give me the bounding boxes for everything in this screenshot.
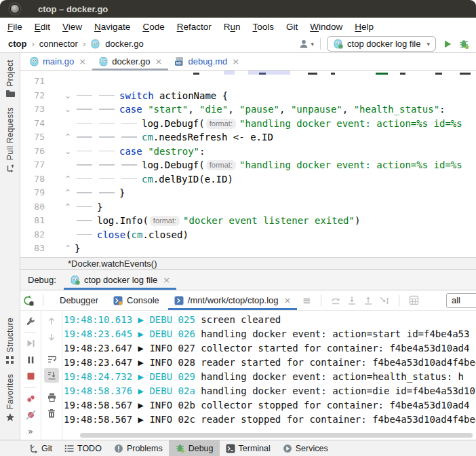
code-text: close(cm.closed) xyxy=(75,228,476,242)
breadcrumb: ctop›connector›docker.go xyxy=(8,39,144,49)
breadcrumb-item-connector[interactable]: connector xyxy=(39,39,78,49)
clear-console-icon[interactable] xyxy=(44,406,59,421)
menu-code[interactable]: Code xyxy=(136,22,170,32)
close-icon[interactable]: × xyxy=(79,56,86,66)
code-line: 72⌄switch actionName { xyxy=(20,89,476,103)
menu-navigate[interactable]: Navigate xyxy=(88,22,136,32)
menu-run[interactable]: Run xyxy=(218,22,247,32)
avatar-dropdown-icon[interactable]: ▾ xyxy=(311,41,315,48)
tab-whitespace-icon xyxy=(97,145,119,155)
stripe-label-project[interactable]: Project xyxy=(5,60,15,86)
menu-edit[interactable]: Edit xyxy=(28,22,56,32)
view-breakpoints-icon[interactable] xyxy=(23,391,38,406)
code-text: log.Info(format:"docker event listener e… xyxy=(75,214,476,228)
mute-breakpoints-icon[interactable] xyxy=(23,407,38,422)
evaluate-expression-icon[interactable] xyxy=(405,292,422,309)
token: case xyxy=(119,104,142,115)
favorites-icon[interactable] xyxy=(5,413,15,422)
run-to-cursor-icon[interactable] xyxy=(376,292,393,309)
settings-wrench-icon[interactable] xyxy=(23,314,38,328)
menu-tools[interactable]: Tools xyxy=(246,22,280,32)
code-editor[interactable]: 7172⌄switch actionName {73⌄case "start",… xyxy=(20,71,476,257)
tool-window-button-debug[interactable]: Debug xyxy=(169,440,220,456)
menu-help[interactable]: Help xyxy=(349,22,380,32)
line-number: 73 xyxy=(20,102,45,117)
step-out-icon[interactable] xyxy=(360,292,376,309)
menu-file[interactable]: File xyxy=(1,22,28,32)
step-over-icon[interactable] xyxy=(328,292,344,309)
token: log.Debugf( xyxy=(142,118,205,129)
structure-icon[interactable] xyxy=(5,356,14,364)
horizontal-scrollbar[interactable] xyxy=(80,433,473,438)
breadcrumb-item-docker.go[interactable]: docker.go xyxy=(105,39,143,49)
fold-up-icon[interactable]: ⌃ xyxy=(45,200,75,214)
layout-menu-icon[interactable]: ≡ xyxy=(298,292,315,309)
editor-tab-main-go[interactable]: main.go× xyxy=(23,53,92,70)
step-into-icon[interactable] xyxy=(344,292,360,309)
tool-window-button-services[interactable]: Services xyxy=(277,440,334,456)
fold-down-icon[interactable]: ⌄ xyxy=(45,102,75,117)
log-message: handling docker event: action=die id=f4b… xyxy=(201,385,475,396)
pause-program-icon[interactable] xyxy=(23,352,38,367)
log-timestamp-level: 19:48:58.567 ▶ INFO 02c xyxy=(64,414,201,425)
stripe-label-favorites[interactable]: Favorites xyxy=(5,374,15,409)
breadcrumb-item-ctop[interactable]: ctop xyxy=(8,39,26,49)
debug-tab--mnt-work-ctop-ctop-log[interactable]: /mnt/work/ctop/ctop.log× xyxy=(167,290,299,310)
token: : xyxy=(439,104,445,115)
close-icon[interactable]: × xyxy=(163,275,170,285)
fold-up-icon[interactable]: ⌃ xyxy=(45,130,75,145)
stripe-label-structure[interactable]: Structure xyxy=(5,318,15,352)
close-icon[interactable]: × xyxy=(155,56,163,66)
code-line: 75⌃cm.needsRefresh <- e.ID xyxy=(20,130,476,145)
next-occurrence-icon[interactable] xyxy=(44,330,59,345)
tab-whitespace-icon xyxy=(119,159,142,168)
tool-window-button-git[interactable]: Git xyxy=(22,440,58,456)
line-number: 76 xyxy=(20,145,45,159)
tab-whitespace-icon xyxy=(75,117,97,127)
close-icon[interactable]: × xyxy=(232,56,239,66)
token: cm xyxy=(142,174,153,185)
menu-window[interactable]: Window xyxy=(304,22,349,32)
soft-wrap-icon[interactable] xyxy=(44,352,59,366)
fold-up-icon[interactable]: ⌃ xyxy=(45,186,75,200)
fold-down-icon[interactable]: ⌄ xyxy=(45,145,75,159)
tool-window-button-label: Services xyxy=(296,444,328,453)
fold-up-icon[interactable]: ⌃ xyxy=(45,172,75,187)
print-console-icon[interactable] xyxy=(44,390,59,404)
more-actions-icon[interactable]: » xyxy=(23,423,38,438)
user-avatar-icon[interactable] xyxy=(298,39,309,50)
scroll-to-end-icon[interactable] xyxy=(44,368,59,383)
line-number: 83 xyxy=(20,242,45,256)
menu-bar: FileEditViewNavigateCodeRefactorRunTools… xyxy=(0,18,476,35)
stop-button[interactable] xyxy=(23,368,38,383)
menu-git[interactable]: Git xyxy=(280,22,304,32)
log-output[interactable]: 19:48:10.613 ▶ DEBU 025 screen cleared19… xyxy=(62,311,476,440)
log-filter-select[interactable]: all xyxy=(446,293,476,308)
rerun-button[interactable] xyxy=(20,292,37,309)
fold-up-icon[interactable]: ⌃ xyxy=(45,242,75,256)
run-config-selector[interactable]: ctop docker log file ▾ xyxy=(327,36,436,52)
tool-window-button-terminal[interactable]: Terminal xyxy=(220,440,277,456)
stripe-label-pull-requests[interactable]: Pull Requests xyxy=(5,107,15,160)
tool-window-button-todo[interactable]: TODO xyxy=(58,440,108,456)
editor-tab-docker-go[interactable]: docker.go× xyxy=(92,53,168,70)
code-text: } xyxy=(75,186,476,200)
tool-window-button-problems[interactable]: Problems xyxy=(108,440,169,456)
prev-occurrence-icon[interactable] xyxy=(44,314,59,328)
fold-down-icon[interactable]: ⌄ xyxy=(45,89,75,103)
menu-refactor[interactable]: Refactor xyxy=(171,22,218,32)
project-icon[interactable] xyxy=(5,90,15,98)
resume-program-icon[interactable] xyxy=(23,336,38,351)
debug-tab-debugger[interactable]: Debugger xyxy=(52,290,106,310)
close-icon[interactable]: × xyxy=(283,295,291,305)
debug-button[interactable] xyxy=(458,39,469,50)
window-control-icon[interactable] xyxy=(10,4,20,14)
code-text: switch actionName { xyxy=(75,89,476,103)
toolbar-divider xyxy=(43,294,43,306)
debug-session-tab[interactable]: ctop docker log file × xyxy=(64,270,176,290)
menu-view[interactable]: View xyxy=(56,22,88,32)
pull-request-icon[interactable] xyxy=(5,164,15,173)
editor-tab-debug-md[interactable]: MDdebug.md× xyxy=(168,53,245,70)
run-button[interactable] xyxy=(443,39,452,49)
debug-tab-console[interactable]: Console xyxy=(106,290,167,310)
